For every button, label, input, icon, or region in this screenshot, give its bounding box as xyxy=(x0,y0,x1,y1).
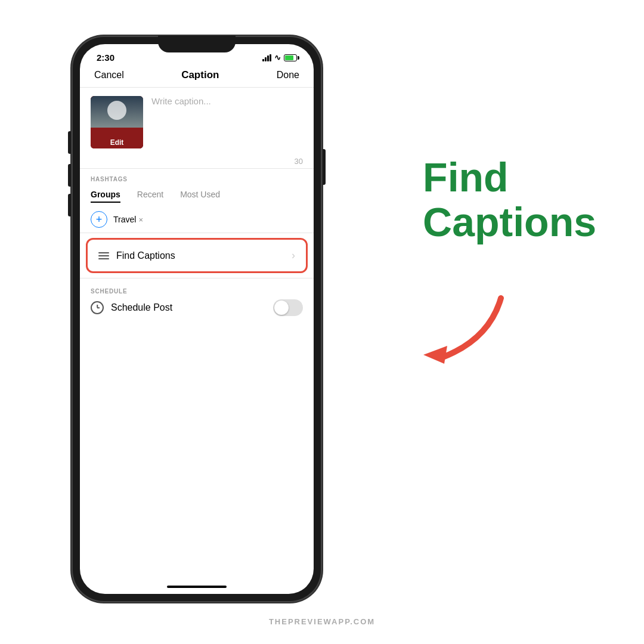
svg-marker-0 xyxy=(423,346,447,364)
hashtags-section: HASHTAGS Groups Recent Most Used + Trave… xyxy=(80,169,314,233)
find-captions-label: Find Captions xyxy=(116,250,175,261)
caption-placeholder: Write caption... xyxy=(151,95,211,106)
signal-icon xyxy=(262,54,271,61)
hashtag-tabs: Groups Recent Most Used xyxy=(91,187,303,203)
heading-line1: Find xyxy=(423,154,509,200)
callout-text: Find Captions xyxy=(423,155,596,268)
callout-heading: Find Captions xyxy=(423,155,596,244)
phone-mockup: 2:30 ∿ xyxy=(72,36,322,602)
tab-most-used[interactable]: Most Used xyxy=(180,187,220,203)
chevron-right-icon: › xyxy=(292,249,295,262)
footer-text: THEPREVIEWAPP.COM xyxy=(269,617,375,626)
edit-label[interactable]: Edit xyxy=(91,137,143,148)
chip-label: Travel xyxy=(113,215,136,224)
find-captions-left: Find Captions xyxy=(98,250,175,261)
battery-icon xyxy=(284,54,297,61)
menu-lines-icon xyxy=(98,252,109,259)
schedule-toggle[interactable] xyxy=(273,299,303,316)
arrow-icon xyxy=(405,292,525,376)
arrow-container xyxy=(405,292,525,378)
heading-line2: Captions xyxy=(423,199,596,244)
phone-frame: 2:30 ∿ xyxy=(72,36,322,602)
remove-chip-button[interactable]: × xyxy=(138,215,143,224)
char-count: 30 xyxy=(295,157,303,166)
clock-icon xyxy=(91,301,104,314)
page: 2:30 ∿ xyxy=(0,0,644,644)
caption-area: Edit Write caption... xyxy=(80,88,314,157)
divider-2 xyxy=(80,233,314,233)
nav-bar: Cancel Caption Done xyxy=(80,66,314,88)
status-icons: ∿ xyxy=(262,53,297,62)
wifi-icon: ∿ xyxy=(274,53,281,62)
caption-input[interactable]: Write caption... xyxy=(151,96,303,148)
notch xyxy=(158,36,236,52)
schedule-post-label: Schedule Post xyxy=(111,302,172,313)
schedule-left: Schedule Post xyxy=(91,301,172,314)
hashtag-chip-travel: Travel × xyxy=(113,215,143,224)
schedule-row: Schedule Post xyxy=(91,299,303,316)
status-time: 2:30 xyxy=(97,52,114,63)
nav-title: Caption xyxy=(181,69,219,81)
char-count-row: 30 xyxy=(80,157,314,168)
hashtags-label: HASHTAGS xyxy=(91,176,303,182)
schedule-label: SCHEDULE xyxy=(91,288,303,295)
photo-thumbnail[interactable]: Edit xyxy=(91,96,143,148)
cancel-button[interactable]: Cancel xyxy=(94,70,124,80)
hashtag-row: + Travel × xyxy=(91,209,303,233)
tab-recent[interactable]: Recent xyxy=(137,187,163,203)
find-captions-row[interactable]: Find Captions › xyxy=(86,238,308,273)
schedule-section: SCHEDULE Schedule Post xyxy=(80,278,314,326)
home-indicator xyxy=(167,586,227,588)
add-hashtag-button[interactable]: + xyxy=(91,211,107,228)
tab-groups[interactable]: Groups xyxy=(91,187,120,203)
toggle-knob xyxy=(274,301,289,315)
done-button[interactable]: Done xyxy=(277,70,299,80)
phone-screen: 2:30 ∿ xyxy=(80,44,314,594)
